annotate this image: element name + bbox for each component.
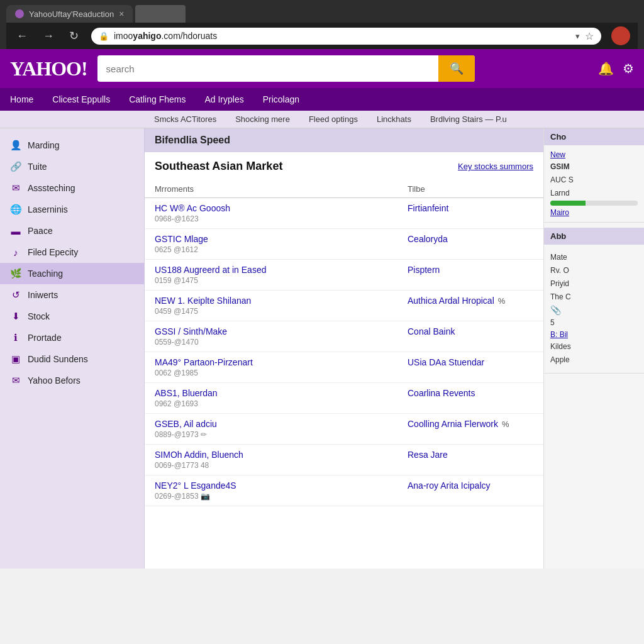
sidebar-item-prortade[interactable]: ℹ Prortade bbox=[0, 327, 144, 348]
stock-link[interactable]: Resa Jare bbox=[408, 450, 533, 460]
stock-link[interactable]: Cealoryda bbox=[408, 234, 533, 244]
address-input-wrap[interactable]: 🔒 imooyahigo.com/hdoruats ▾ ☆ bbox=[91, 28, 601, 45]
right-panel: Cho New GSIM AUC S Larnd Mairo Abb Mate … bbox=[543, 128, 644, 569]
stock-link[interactable]: Coolling Arnia Flerwork% bbox=[408, 419, 533, 429]
browser-tab[interactable]: YahooUftay'Readuction × bbox=[6, 5, 133, 23]
stock-row: NEW 1. Keiplte Shilanan 0459 @1475 Authi… bbox=[145, 291, 543, 321]
nav-catling[interactable]: Catling Fhems bbox=[129, 88, 186, 111]
stock-link[interactable]: Ana-roy Arita Icipalcy bbox=[408, 480, 533, 491]
sidebar-item-teaching[interactable]: 🌿 Teaching bbox=[0, 263, 144, 284]
sidebar-item-yahoo-befors[interactable]: ✉ Yahoo Befors bbox=[0, 370, 144, 391]
stock-code: 0159 @1475 bbox=[155, 276, 408, 285]
sidebar-item-filed[interactable]: ♪ Filed Epecity bbox=[0, 242, 144, 263]
stock-name[interactable]: GSEB, Ail adciu bbox=[155, 419, 408, 429]
sidebar: 👤 Marding 🔗 Tuite ✉ Asssteching 🌐 Lasern… bbox=[0, 128, 145, 569]
note-icon: ♪ bbox=[10, 247, 21, 258]
stock-link[interactable]: Pisptern bbox=[408, 265, 533, 275]
secondary-nav: Smcks ACTitores Shocking mere Fleed opti… bbox=[0, 111, 644, 128]
col-header-tilbe: Tilbe bbox=[408, 184, 533, 194]
search-bar-wrap: 🔍 bbox=[97, 55, 475, 82]
link-icon: 🔗 bbox=[10, 161, 21, 172]
stock-name[interactable]: HC W® Ac Gooosh bbox=[155, 203, 408, 213]
stock-left: NEY2° L Esgande4S 0269-@1853 📷 bbox=[155, 480, 408, 501]
sidebar-item-stock[interactable]: ⬇ Stock bbox=[0, 306, 144, 327]
stock-link[interactable]: Conal Baink bbox=[408, 326, 533, 336]
tab-title: YahooUftay'Readuction bbox=[29, 9, 114, 19]
sidebar-label-asssteching: Asssteching bbox=[28, 183, 75, 193]
right-kildes: Kildes bbox=[550, 341, 638, 352]
stock-name[interactable]: ABS1, Bluerdan bbox=[155, 388, 408, 398]
stock-code: 0269-@1853 📷 bbox=[155, 492, 408, 501]
nav-ad[interactable]: Ad Iryples bbox=[204, 88, 243, 111]
sidebar-item-iniwerts[interactable]: ↺ Iniwerts bbox=[0, 284, 144, 306]
stock-link[interactable]: Authica Ardal Hropical% bbox=[408, 296, 533, 306]
sidebar-label-prortade: Prortade bbox=[28, 333, 62, 343]
sidebar-label-paace: Paace bbox=[28, 226, 53, 236]
search-input[interactable] bbox=[97, 57, 438, 80]
sidebar-label-yahoo-befors: Yahoo Befors bbox=[28, 375, 80, 386]
sidebar-label-marding: Marding bbox=[28, 140, 60, 150]
bar-icon: ▬ bbox=[10, 225, 21, 236]
stock-name[interactable]: MA49° Partaon-Pirzenart bbox=[155, 357, 408, 367]
tab-close-button[interactable]: × bbox=[119, 9, 124, 19]
progress-bar bbox=[550, 201, 638, 206]
right-mate: Mate bbox=[550, 252, 638, 263]
nav-pricolagn[interactable]: Pricolagn bbox=[263, 88, 299, 111]
right-new-link[interactable]: New bbox=[550, 150, 638, 159]
reload-button[interactable]: ↻ bbox=[67, 28, 81, 44]
stock-link[interactable]: Firtianfeint bbox=[408, 203, 533, 213]
sidebar-item-laserninis[interactable]: 🌐 Laserninis bbox=[0, 199, 144, 220]
grid-icon: ▣ bbox=[10, 353, 21, 365]
right-thec: The C bbox=[550, 292, 638, 303]
envelope-icon: ✉ bbox=[10, 375, 21, 386]
forward-button[interactable]: → bbox=[40, 28, 57, 44]
download-icon: ⬇ bbox=[10, 311, 21, 322]
sidebar-label-teaching: Teaching bbox=[28, 269, 63, 279]
stock-name[interactable]: NEW 1. Keiplte Shilanan bbox=[155, 296, 408, 306]
sec-nav-smcks[interactable]: Smcks ACTitores bbox=[154, 114, 216, 124]
right-rv: Rv. O bbox=[550, 265, 638, 276]
right-panel-abb: Mate Rv. O Priyid The C 📎 5 B: Bil Kilde… bbox=[544, 245, 644, 374]
stock-link[interactable]: USia DAa Stuendar bbox=[408, 357, 533, 367]
col-header-mrroments: Mrroments bbox=[155, 184, 408, 194]
nav-home[interactable]: Home bbox=[10, 88, 33, 111]
sidebar-item-dudid[interactable]: ▣ Dudid Sundens bbox=[0, 348, 144, 370]
right-bbil-link[interactable]: B: Bil bbox=[550, 330, 638, 339]
sidebar-item-paace[interactable]: ▬ Paace bbox=[0, 220, 144, 242]
sidebar-item-marding[interactable]: 👤 Marding bbox=[0, 135, 144, 156]
market-link[interactable]: Key stocks summors bbox=[458, 162, 533, 171]
sec-nav-fleed[interactable]: Fleed optings bbox=[309, 114, 358, 124]
right-mairo-link[interactable]: Mairo bbox=[550, 208, 638, 217]
globe-icon: 🌐 bbox=[10, 204, 21, 215]
stock-name[interactable]: GSTIC Mlage bbox=[155, 234, 408, 244]
stock-name[interactable]: GSSI / Sinth/Make bbox=[155, 326, 408, 336]
sidebar-label-stock: Stock bbox=[28, 311, 50, 321]
settings-icon[interactable]: ⚙ bbox=[623, 61, 634, 76]
sec-nav-brdlving[interactable]: Brdlving Stairs — P.u bbox=[430, 114, 507, 124]
clip-icon: 📎 bbox=[550, 305, 561, 315]
sidebar-item-asssteching[interactable]: ✉ Asssteching bbox=[0, 177, 144, 199]
sec-nav-shocking[interactable]: Shocking mere bbox=[235, 114, 290, 124]
search-button[interactable]: 🔍 bbox=[438, 55, 475, 82]
stock-name[interactable]: SIMOh Addin, Bluench bbox=[155, 450, 408, 460]
stock-name[interactable]: NEY2° L Esgande4S bbox=[155, 480, 408, 491]
stock-row: US188 Augreerd at in Eased 0159 @1475 Pi… bbox=[145, 260, 543, 291]
stock-row: MA49° Partaon-Pirzenart 0062 @1985 USia … bbox=[145, 352, 543, 383]
dropdown-icon[interactable]: ▾ bbox=[575, 31, 580, 41]
right-auc: AUC S bbox=[550, 175, 638, 186]
notifications-icon[interactable]: 🔔 bbox=[598, 61, 614, 76]
main-layout: 👤 Marding 🔗 Tuite ✉ Asssteching 🌐 Lasern… bbox=[0, 128, 644, 569]
url-bold: yahigo bbox=[133, 31, 161, 41]
sidebar-label-dudid: Dudid Sundens bbox=[28, 354, 88, 364]
star-icon[interactable]: ☆ bbox=[585, 30, 594, 42]
stock-link[interactable]: Coarlina Revents bbox=[408, 388, 533, 398]
stock-name[interactable]: US188 Augreerd at in Eased bbox=[155, 265, 408, 275]
back-button[interactable]: ← bbox=[14, 28, 30, 44]
address-display[interactable]: imooyahigo.com/hdoruats bbox=[114, 31, 570, 41]
sec-nav-linckhats[interactable]: Linckhats bbox=[377, 114, 411, 124]
leaf-icon: 🌿 bbox=[10, 268, 21, 279]
nav-clicest[interactable]: Clicest Eppulls bbox=[52, 88, 110, 111]
right-gsim: GSIM bbox=[550, 162, 638, 172]
user-avatar[interactable] bbox=[611, 26, 630, 45]
sidebar-item-tuite[interactable]: 🔗 Tuite bbox=[0, 156, 144, 177]
